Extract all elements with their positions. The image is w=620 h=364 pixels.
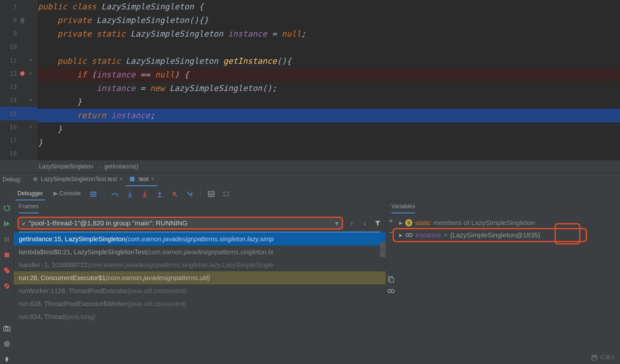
- stack-frame-row[interactable]: handler:-1, 1016088722 (com.eamon.javade…: [14, 258, 386, 271]
- debug-config-tab-active[interactable]: :test ×: [126, 173, 157, 186]
- code-content[interactable]: public class LazySimpleSingleton { priva…: [37, 0, 620, 160]
- stack-frame-row[interactable]: lambda$test$0:21, LazySimpleSingletonTes…: [14, 245, 386, 258]
- expand-icon[interactable]: ▶: [399, 220, 403, 225]
- line-number: 9: [8, 30, 17, 37]
- svg-rect-22: [5, 237, 6, 242]
- svg-line-39: [5, 345, 6, 346]
- camera-icon[interactable]: [2, 324, 11, 333]
- remove-watch-icon[interactable]: －: [387, 228, 395, 236]
- show-watches-icon[interactable]: [387, 287, 395, 295]
- fold-icon[interactable]: ⊟: [28, 124, 34, 130]
- frames-header: Frames: [14, 202, 386, 215]
- line-number: 8: [8, 17, 17, 24]
- debug-config-tab[interactable]: LazySimpleSingletonTest.test ×: [29, 173, 126, 186]
- stack-frame-row[interactable]: getInstance:15, LazySimpleSingleton (com…: [14, 233, 386, 245]
- stack-frame-row[interactable]: runWorker:1128, ThreadPoolExecutor (java…: [14, 284, 386, 297]
- debug-side-toolbar: [0, 202, 14, 364]
- stack-frame-row[interactable]: run:834, Thread (java.lang): [14, 310, 386, 323]
- svg-rect-20: [227, 195, 229, 197]
- svg-rect-21: [4, 222, 6, 226]
- svg-line-40: [8, 342, 9, 343]
- run-to-cursor-icon[interactable]: [185, 190, 194, 198]
- scroll-buttons[interactable]: [380, 242, 386, 257]
- svg-point-46: [409, 233, 412, 237]
- threads-icon[interactable]: [89, 190, 98, 198]
- chevron-right-icon: ›: [98, 163, 100, 170]
- breadcrumb-item[interactable]: LazySimpleSingleton: [39, 163, 93, 170]
- filter-icon[interactable]: [373, 219, 382, 227]
- svg-rect-18: [227, 191, 229, 193]
- debug-tool-window-header: Debug: LazySimpleSingletonTest.test × :t…: [0, 173, 620, 186]
- arrow-up-icon[interactable]: ↑: [348, 219, 356, 227]
- stack-frames-list[interactable]: getInstance:15, LazySimpleSingleton (com…: [14, 233, 386, 364]
- copy-icon[interactable]: [387, 275, 395, 284]
- editor-gutter: 7 8@ 9 10 11⊖ 12⊖ 13 14⊟ 15 16⊟ 17 18: [0, 0, 37, 160]
- svg-rect-42: [390, 278, 394, 282]
- thread-selector[interactable]: ✔ "pool-1-thread-1"@1,820 in group "main…: [17, 217, 343, 230]
- step-over-icon[interactable]: [111, 190, 119, 198]
- line-number: 15: [8, 110, 17, 117]
- line-number: 14: [8, 97, 17, 104]
- variable-row-instance[interactable]: ▶ instance = {LazySimpleSingleton@1835}: [399, 229, 620, 241]
- console-tab[interactable]: ▶Console: [52, 187, 83, 200]
- debug-label: Debug:: [3, 176, 21, 183]
- resume-icon[interactable]: [2, 219, 11, 228]
- svg-rect-17: [223, 191, 225, 193]
- variables-toolbar: ＋ －: [385, 216, 396, 295]
- pause-icon[interactable]: [2, 235, 11, 244]
- fold-icon[interactable]: ⊖: [28, 71, 34, 76]
- frames-panel: Frames ✔ "pool-1-thread-1"@1,820 in grou…: [14, 202, 386, 364]
- pin-icon[interactable]: [2, 355, 11, 364]
- variable-row[interactable]: ▶ S static members of LazySimpleSingleto…: [399, 217, 620, 229]
- variables-list[interactable]: ▶ S static members of LazySimpleSingleto…: [386, 215, 620, 241]
- stack-frame-row[interactable]: run:28, ConcurrentExecutor$1 (com.eamon.…: [14, 271, 386, 284]
- stop-icon[interactable]: [2, 250, 11, 259]
- step-into-icon[interactable]: [126, 190, 134, 198]
- svg-line-37: [5, 342, 6, 343]
- view-breakpoints-icon[interactable]: [2, 266, 11, 275]
- debug-body: Frames ✔ "pool-1-thread-1"@1,820 in grou…: [0, 202, 620, 364]
- variables-header: Variables: [386, 202, 620, 215]
- svg-rect-23: [7, 237, 9, 242]
- scroll-up-icon[interactable]: [380, 242, 386, 249]
- line-number: 11: [8, 57, 17, 64]
- svg-rect-12: [208, 191, 214, 197]
- thread-name: "pool-1-thread-1"@1,820 in group "main":…: [29, 219, 332, 227]
- line-number: 16: [8, 123, 17, 131]
- fold-icon[interactable]: ⊟: [28, 97, 34, 103]
- scroll-down-icon[interactable]: [380, 250, 386, 257]
- svg-rect-2: [90, 192, 97, 193]
- breadcrumb-item[interactable]: getInstance(): [104, 163, 138, 170]
- rerun-icon[interactable]: [2, 204, 11, 213]
- evaluate-expression-icon[interactable]: [207, 190, 215, 198]
- svg-rect-1: [130, 177, 134, 181]
- chevron-down-icon[interactable]: ▼: [335, 220, 339, 227]
- svg-point-44: [391, 290, 394, 293]
- arrow-down-icon[interactable]: ↓: [361, 219, 369, 227]
- debugger-tab[interactable]: Debugger: [16, 188, 45, 200]
- close-icon[interactable]: ×: [120, 176, 122, 182]
- svg-rect-31: [5, 326, 7, 327]
- svg-rect-19: [223, 195, 225, 197]
- trace-current-stream-icon[interactable]: [222, 190, 230, 198]
- close-icon[interactable]: ×: [151, 176, 154, 182]
- expand-icon[interactable]: ▶: [399, 233, 403, 238]
- code-editor: 7 8@ 9 10 11⊖ 12⊖ 13 14⊟ 15 16⊟ 17 18 pu…: [0, 0, 620, 160]
- drop-frame-icon[interactable]: [170, 190, 179, 198]
- step-out-icon[interactable]: [155, 190, 164, 198]
- fold-icon[interactable]: ⊖: [28, 57, 34, 63]
- stack-frame-row[interactable]: run:628, ThreadPoolExecutor$Worker (java…: [14, 297, 386, 310]
- line-number: 12: [8, 70, 17, 77]
- svg-rect-4: [90, 196, 97, 197]
- new-watch-icon[interactable]: ＋: [387, 216, 395, 225]
- force-step-into-icon[interactable]: [141, 190, 149, 198]
- settings-icon[interactable]: [2, 339, 11, 348]
- line-number: 10: [8, 43, 17, 50]
- svg-point-32: [6, 343, 8, 345]
- at-icon: @: [19, 17, 25, 23]
- breakpoint-icon[interactable]: [19, 71, 25, 76]
- watermark: 亿速云: [591, 354, 615, 361]
- line-number: 7: [8, 3, 17, 10]
- svg-point-43: [388, 290, 391, 293]
- mute-breakpoints-icon[interactable]: [2, 281, 11, 290]
